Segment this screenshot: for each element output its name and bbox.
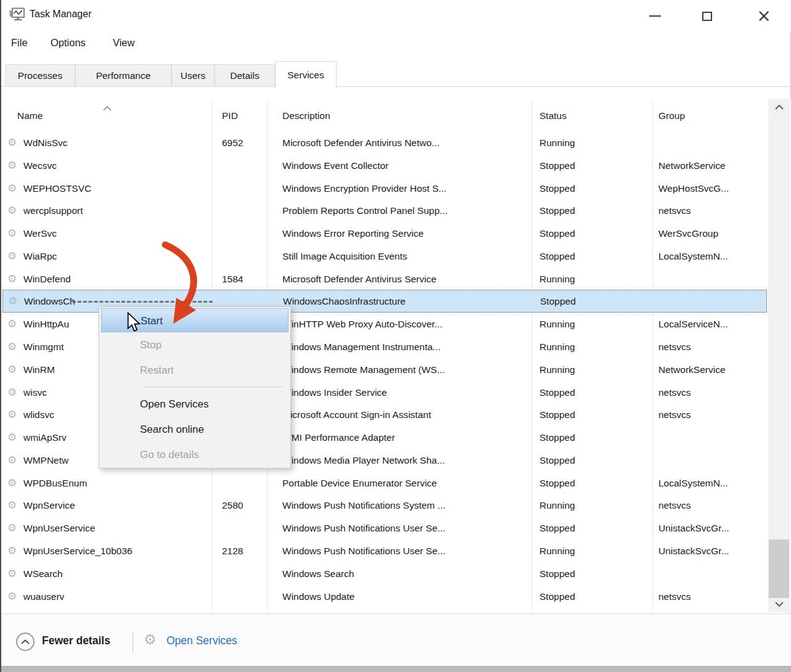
service-gear-icon: ⚙: [7, 517, 17, 539]
service-gear-icon: ⚙: [7, 494, 17, 517]
service-gear-icon: ⚙: [7, 449, 17, 472]
service-description: Windows Error Reporting Service: [282, 222, 424, 245]
service-gear-icon: ⚙: [7, 177, 17, 200]
service-status: Stopped: [539, 245, 575, 268]
service-group: netsvcs: [658, 381, 691, 404]
service-name: WindowsCh: [24, 290, 75, 313]
service-row[interactable]: ⚙WpnUserService_10b0362128Windows Push N…: [2, 539, 767, 562]
service-name: WerSvc: [23, 222, 57, 245]
column-header-name[interactable]: Name: [17, 110, 43, 121]
menu-view[interactable]: View: [112, 35, 136, 51]
tab-processes[interactable]: Processes: [5, 64, 75, 87]
close-icon: ×: [756, 7, 771, 25]
minimize-button[interactable]: [641, 5, 668, 27]
column-header-pid[interactable]: PID: [222, 110, 238, 121]
service-name: wuauserv: [23, 585, 64, 608]
maximize-button[interactable]: [694, 5, 721, 27]
minimize-icon: [649, 15, 661, 17]
service-group: UnistackSvcGr...: [658, 539, 729, 562]
service-description: Windows Insider Service: [282, 381, 387, 404]
service-gear-icon: ⚙: [7, 472, 17, 494]
scrollbar-thumb[interactable]: [769, 539, 789, 598]
service-gear-icon: ⚙: [7, 268, 17, 290]
vertical-scrollbar[interactable]: [768, 99, 790, 612]
context-menu-item-stop: Stop: [99, 332, 290, 358]
service-name: WpnUserService_10b036: [23, 539, 133, 562]
tab-details[interactable]: Details: [215, 64, 275, 87]
service-description: Windows Media Player Network Sha...: [282, 449, 445, 472]
service-row[interactable]: ⚙wuauservWindows UpdateStoppednetsvcs: [2, 585, 767, 608]
service-description: Problem Reports Control Panel Supp...: [282, 199, 448, 222]
service-row[interactable]: ⚙WpnService2580Windows Push Notification…: [2, 494, 767, 517]
service-description: Windows Search: [282, 562, 354, 585]
scroll-down-button[interactable]: [768, 597, 790, 611]
service-group: netsvcs: [658, 585, 691, 608]
service-description: Windows Push Notifications System ...: [282, 494, 445, 517]
service-description: Windows Management Instrumenta...: [282, 335, 441, 358]
context-menu-item-open-services[interactable]: Open Services: [99, 391, 290, 417]
title-bar[interactable]: Task Manager ×: [0, 0, 791, 32]
service-row[interactable]: ⚙wercplsupportProblem Reports Control Pa…: [2, 199, 767, 222]
service-description: Portable Device Enumerator Service: [282, 472, 437, 494]
service-description: WindowsChaosInfrastructure: [283, 290, 406, 313]
service-pid: 1584: [222, 268, 243, 290]
column-header-description[interactable]: Description: [282, 110, 330, 121]
sort-ascending-caret: [102, 102, 112, 113]
service-row[interactable]: ⚙WiaRpcStill Image Acquisition EventsSto…: [2, 245, 767, 268]
service-status: Stopped: [539, 517, 575, 539]
task-manager-window: Task Manager × FileOptionsView Processes…: [0, 0, 791, 672]
service-status: Running: [539, 313, 575, 335]
service-row[interactable]: ⚙WerSvcWindows Error Reporting ServiceSt…: [2, 222, 767, 245]
service-name: Winmgmt: [23, 335, 64, 358]
service-gear-icon: ⚙: [7, 562, 17, 585]
service-status: Stopped: [539, 177, 575, 200]
open-services-link[interactable]: Open Services: [166, 634, 237, 647]
scroll-up-button[interactable]: [768, 100, 790, 113]
service-row[interactable]: ⚙WSearchWindows SearchStopped: [2, 562, 767, 585]
service-name: Wecsvc: [23, 154, 57, 177]
tab-users[interactable]: Users: [171, 64, 215, 87]
service-name: WinDefend: [23, 268, 71, 290]
service-row[interactable]: ⚙WdNisSvc6952Microsoft Defender Antiviru…: [2, 131, 767, 154]
service-row[interactable]: ⚙WinDefend1584Microsoft Defender Antivir…: [2, 268, 767, 290]
service-row[interactable]: ⚙WecsvcWindows Event CollectorStoppedNet…: [2, 154, 767, 177]
service-row[interactable]: ⚙WPDBusEnumPortable Device Enumerator Se…: [2, 472, 767, 494]
tab-services[interactable]: Services: [275, 61, 337, 88]
column-header-status[interactable]: Status: [539, 110, 567, 121]
column-header-group[interactable]: Group: [658, 110, 685, 121]
service-status: Stopped: [539, 585, 575, 608]
service-description: Microsoft Defender Antivirus Netwo...: [282, 131, 440, 154]
service-group: NetworkService: [658, 154, 726, 177]
menu-bar: FileOptionsView: [0, 35, 791, 55]
menu-file[interactable]: File: [10, 35, 29, 51]
tab-performance[interactable]: Performance: [75, 64, 171, 87]
service-name: wmiApSrv: [23, 426, 67, 449]
service-group: netsvcs: [658, 403, 691, 426]
service-gear-icon: ⚙: [7, 539, 17, 562]
service-name: wisvc: [23, 381, 47, 404]
service-group: WepHostSvcG...: [658, 177, 729, 200]
service-gear-icon: ⚙: [7, 222, 17, 245]
service-status: Running: [539, 358, 575, 381]
service-row[interactable]: ⚙WpnUserServiceWindows Push Notification…: [2, 517, 767, 539]
service-status: Stopped: [539, 381, 575, 404]
service-status: Running: [539, 335, 575, 358]
service-status: Running: [539, 494, 575, 517]
service-name: wlidsvc: [23, 403, 54, 426]
menu-options[interactable]: Options: [49, 35, 87, 51]
context-menu-item-search-online[interactable]: Search online: [99, 417, 290, 442]
context-menu-item-start[interactable]: Start: [101, 308, 289, 332]
service-name: WSearch: [23, 562, 63, 585]
maximize-icon: [702, 12, 712, 21]
service-group: LocalSystemN...: [658, 245, 728, 268]
fewer-details-button[interactable]: Fewer details: [42, 634, 110, 647]
service-description: Microsoft Account Sign-in Assistant: [282, 403, 431, 426]
service-gear-icon: ⚙: [7, 335, 17, 358]
footer-bar: Fewer details ⚙ Open Services: [0, 613, 791, 666]
service-row[interactable]: ⚙WEPHOSTSVCWindows Encryption Provider H…: [2, 177, 767, 200]
service-gear-icon: ⚙: [7, 403, 17, 426]
close-button[interactable]: ×: [750, 5, 777, 27]
collapse-circle-icon: [16, 633, 35, 651]
window-border: [0, 0, 1, 672]
service-group: netsvcs: [658, 199, 691, 222]
